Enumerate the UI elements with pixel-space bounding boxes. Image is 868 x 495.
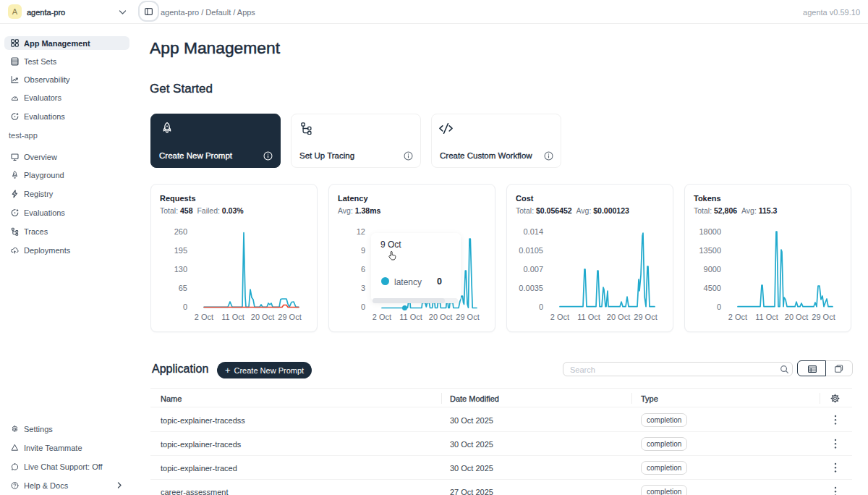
svg-text:0.0105: 0.0105 [519,246,543,255]
svg-text:11 Oct: 11 Oct [577,313,600,321]
svg-text:20 Oct: 20 Oct [785,313,808,321]
svg-text:260: 260 [174,227,187,236]
svg-text:0.0035: 0.0035 [519,284,543,292]
svg-text:2 Oct: 2 Oct [373,313,391,321]
svg-text:2 Oct: 2 Oct [550,313,569,321]
svg-text:11 Oct: 11 Oct [221,313,244,321]
svg-text:29 Oct: 29 Oct [278,313,301,321]
svg-text:12: 12 [357,227,365,236]
svg-text:2 Oct: 2 Oct [195,313,213,321]
svg-text:0: 0 [539,302,543,311]
svg-text:0: 0 [717,302,721,311]
svg-text:0: 0 [361,302,365,311]
svg-text:195: 195 [174,246,187,255]
svg-text:9000: 9000 [704,265,721,274]
svg-text:0: 0 [183,302,187,311]
svg-text:2 Oct: 2 Oct [728,313,747,321]
svg-text:20 Oct: 20 Oct [251,313,274,321]
svg-text:9: 9 [361,246,365,255]
svg-text:11 Oct: 11 Oct [755,313,778,321]
svg-text:0.007: 0.007 [523,265,543,274]
svg-text:65: 65 [179,284,187,292]
svg-text:29 Oct: 29 Oct [456,313,479,321]
svg-text:4500: 4500 [704,284,721,292]
svg-text:6: 6 [361,265,365,274]
svg-text:18000: 18000 [699,227,721,236]
svg-text:20 Oct: 20 Oct [429,313,452,321]
svg-text:11 Oct: 11 Oct [399,313,422,321]
svg-text:20 Oct: 20 Oct [607,313,630,321]
svg-text:0.014: 0.014 [523,227,543,236]
svg-text:29 Oct: 29 Oct [812,313,835,321]
svg-text:13500: 13500 [699,246,721,255]
svg-text:3: 3 [361,284,365,292]
svg-text:29 Oct: 29 Oct [634,313,657,321]
svg-text:130: 130 [174,265,187,274]
